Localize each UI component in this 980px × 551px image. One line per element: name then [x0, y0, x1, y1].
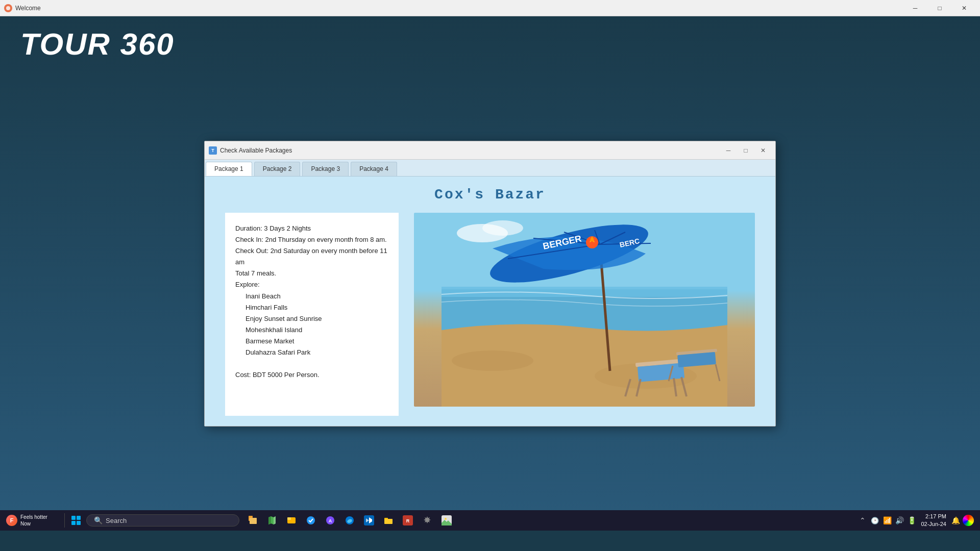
taskbar-maps-icon[interactable] [263, 511, 281, 530]
svg-point-50 [445, 518, 447, 520]
modal-tabs: Package 1 Package 2 Package 3 Package 4 [205, 160, 775, 177]
modal-app-icon: T [209, 146, 217, 155]
modal-overlay: T Check Available Packages ─ □ ✕ Package… [0, 16, 980, 531]
content-row: Duration: 3 Days 2 Nights Check In: 2nd … [225, 213, 755, 416]
win-logo-q2 [77, 516, 81, 520]
taskbar-files-icon[interactable] [243, 511, 262, 530]
svg-text:A: A [329, 518, 332, 523]
svg-marker-33 [268, 516, 271, 524]
wifi-icon[interactable]: 📶 [882, 515, 892, 525]
info-checkout: Check Out: 2nd Saturday on every month b… [235, 245, 388, 268]
app-title-bar: Welcome ─ □ ✕ [0, 0, 980, 16]
svg-rect-36 [287, 517, 291, 520]
taskbar-edge-icon[interactable] [340, 511, 359, 530]
win-logo-q1 [71, 516, 76, 520]
svg-point-0 [6, 6, 10, 10]
current-date: 02-Jun-24 [921, 520, 946, 528]
info-explore-label: Explore: [235, 279, 388, 290]
svg-point-37 [307, 516, 315, 524]
notification-bell-icon[interactable]: 🔔 [950, 515, 961, 525]
modal-minimize-button[interactable]: ─ [720, 145, 737, 156]
explore-item-3: Enjoy Sunset and Sunrise [235, 313, 388, 324]
taskbar-divider-1 [64, 513, 65, 528]
svg-rect-31 [250, 518, 257, 524]
volume-icon[interactable]: 🔊 [894, 515, 904, 525]
svg-marker-34 [274, 516, 276, 524]
windows-logo-icon [71, 516, 81, 525]
tab-package-1[interactable]: Package 1 [206, 162, 252, 176]
start-button[interactable] [66, 510, 86, 531]
modal-title-left: T Check Available Packages [209, 146, 292, 155]
explore-item-4: Moheshkhali Island [235, 324, 388, 336]
info-meals: Total 7 meals. [235, 268, 388, 279]
search-text: Search [106, 517, 127, 524]
svg-rect-45 [384, 519, 393, 524]
taskbar: F Feels hotter Now 🔍 Search [0, 510, 980, 531]
clock-icon[interactable]: 🕑 [870, 515, 880, 525]
search-icon: 🔍 [94, 516, 103, 524]
current-time: 2:17 PM [925, 513, 946, 520]
taskbar-folder-icon[interactable] [379, 511, 398, 530]
svg-point-6 [452, 350, 533, 371]
taskbar-vscode-icon[interactable] [360, 511, 378, 530]
taskbar-icons: A R [239, 511, 857, 530]
modal-content: Cox's Bazar Duration: 3 Days 2 Nights Ch… [205, 177, 775, 426]
title-bar-controls: ─ □ ✕ [903, 0, 976, 16]
notification-icon: F [6, 515, 17, 526]
search-bar[interactable]: 🔍 Search [86, 514, 239, 527]
taskbar-explorer-icon[interactable] [282, 511, 301, 530]
taskbar-settings-icon[interactable] [418, 511, 436, 530]
modal-title-bar: T Check Available Packages ─ □ ✕ [205, 141, 775, 160]
notification-title: Feels hotter [20, 514, 47, 520]
app-icon [4, 4, 12, 12]
tab-package-3[interactable]: Package 3 [302, 162, 349, 176]
taskbar-check-icon[interactable] [302, 511, 320, 530]
taskbar-notification[interactable]: F Feels hotter Now [2, 512, 63, 529]
modal-dialog: T Check Available Packages ─ □ ✕ Package… [204, 141, 776, 427]
tab-package-4[interactable]: Package 4 [351, 162, 397, 176]
title-bar-left: Welcome [4, 4, 41, 12]
explore-item-6: Dulahazra Safari Park [235, 347, 388, 358]
explore-item-1: Inani Beach [235, 291, 388, 302]
explore-item-5: Barmese Market [235, 336, 388, 347]
notification-text: Feels hotter Now [20, 514, 47, 527]
app-background: TOUR 360 T Check Available Packages ─ □ … [0, 16, 980, 531]
destination-title: Cox's Bazar [225, 187, 755, 203]
win-logo-q3 [71, 521, 76, 525]
chevron-up-icon[interactable]: ⌃ [857, 515, 868, 525]
tab-package-2[interactable]: Package 2 [254, 162, 301, 176]
close-button[interactable]: ✕ [952, 0, 976, 16]
time-date-display[interactable]: 2:17 PM 02-Jun-24 [919, 513, 948, 529]
modal-title-text: Check Available Packages [220, 147, 292, 154]
modal-controls: ─ □ ✕ [720, 145, 771, 156]
battery-icon[interactable]: 🔋 [906, 515, 917, 525]
system-tray-icons: ⌃ 🕑 📶 🔊 🔋 [857, 515, 917, 525]
svg-point-3 [482, 220, 523, 236]
taskbar-store-icon[interactable]: A [321, 511, 339, 530]
app-title-text: Welcome [15, 5, 41, 12]
info-cost: Cost: BDT 5000 Per Person. [235, 369, 388, 381]
info-checkin: Check In: 2nd Thursday on every month fr… [235, 234, 388, 245]
taskbar-photo-icon[interactable] [437, 511, 456, 530]
taskbar-app1-icon[interactable]: R [399, 511, 417, 530]
taskbar-right: ⌃ 🕑 📶 🔊 🔋 2:17 PM 02-Jun-24 🔔 [857, 513, 978, 529]
minimize-button[interactable]: ─ [903, 0, 927, 16]
notification-subtitle: Now [20, 520, 47, 527]
explore-item-2: Himchari Falls [235, 302, 388, 313]
info-duration: Duration: 3 Days 2 Nights [235, 223, 388, 234]
maximize-button[interactable]: □ [928, 0, 951, 16]
modal-maximize-button[interactable]: □ [738, 145, 754, 156]
info-box: Duration: 3 Days 2 Nights Check In: 2nd … [225, 213, 399, 416]
beach-image: BERGER BERC [414, 213, 755, 407]
svg-text:R: R [406, 518, 410, 523]
win-logo-q4 [77, 521, 81, 525]
modal-close-button[interactable]: ✕ [755, 145, 771, 156]
color-palette-icon[interactable] [963, 515, 974, 526]
